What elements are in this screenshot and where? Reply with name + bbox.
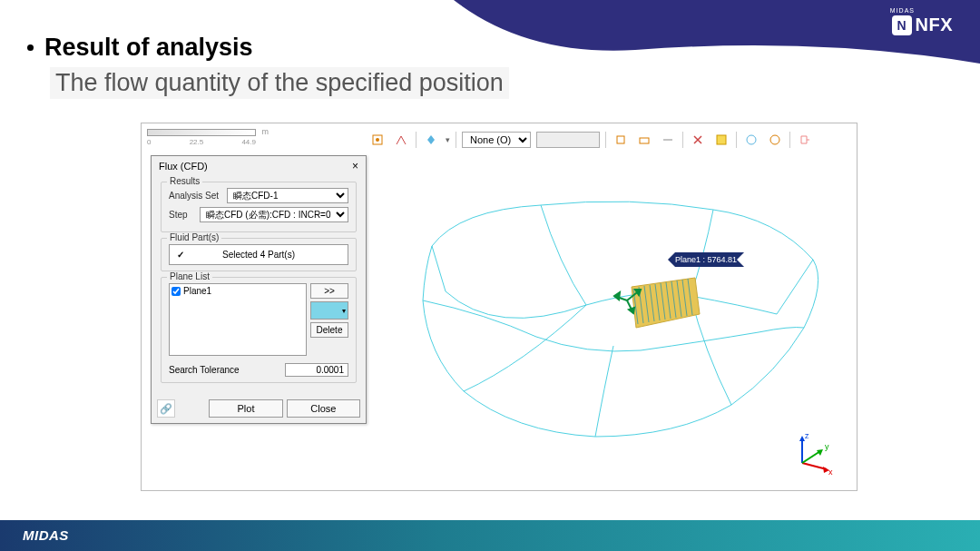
- plot-button[interactable]: Plot: [209, 399, 282, 418]
- scale-ruler: 0 22.5 44.9 m: [147, 129, 256, 147]
- tool-icon-5[interactable]: [635, 131, 653, 149]
- svg-point-1: [376, 138, 379, 142]
- 3d-viewport[interactable]: [377, 155, 849, 482]
- svg-marker-23: [614, 292, 620, 300]
- plane-item[interactable]: Plane1: [172, 286, 304, 296]
- tool-icon-11[interactable]: [796, 131, 814, 149]
- close-icon[interactable]: ×: [352, 160, 358, 172]
- analysis-set-label: Analysis Set: [169, 191, 223, 201]
- plane-button-column: >> ▾ Delete: [310, 283, 348, 356]
- svg-line-28: [802, 451, 820, 463]
- footer-bar: [0, 520, 980, 551]
- tool-icon-9[interactable]: [742, 131, 760, 149]
- step-select[interactable]: 瞬态CFD (必需):CFD : INCR=0: [200, 207, 348, 222]
- ruler-unit: m: [262, 127, 270, 136]
- n-icon: N: [892, 15, 912, 35]
- app-screenshot: 0 22.5 44.9 m ▾ None (O): [141, 123, 858, 491]
- fluid-parts-group: Fluid Part(s) ✓ Selected 4 Part(s): [161, 238, 357, 271]
- toolbar-separator-3: [605, 132, 606, 148]
- check-icon: ✓: [177, 250, 184, 260]
- tolerance-row: Search Tolerance: [169, 363, 348, 377]
- link-icon[interactable]: 🔗: [157, 399, 175, 418]
- plane-list-label: Plane List: [167, 271, 212, 281]
- toolbar-separator: [416, 132, 416, 148]
- toolbar-separator-4: [682, 132, 683, 148]
- tolerance-input[interactable]: [285, 363, 348, 377]
- plane-color-button[interactable]: ▾: [310, 301, 348, 320]
- selected-parts-button[interactable]: ✓ Selected 4 Part(s): [169, 244, 348, 265]
- analysis-set-select[interactable]: 瞬态CFD-1: [227, 188, 348, 203]
- ruler-tick-1: 22.5: [190, 138, 204, 146]
- dropdown-arrow-icon[interactable]: ▾: [446, 135, 450, 144]
- selected-parts-text: Selected 4 Part(s): [222, 250, 295, 260]
- disabled-select: [536, 132, 600, 148]
- svg-point-5: [747, 135, 756, 144]
- close-button[interactable]: Close: [287, 399, 360, 418]
- results-group-label: Results: [167, 176, 202, 186]
- ruler-tick-2: 44.9: [241, 138, 256, 146]
- toolbar-separator-6: [789, 132, 790, 148]
- dialog-titlebar[interactable]: Flux (CFD) ×: [152, 156, 366, 176]
- plane1-checkbox[interactable]: [172, 287, 181, 296]
- ruler-tick-0: 0: [147, 138, 151, 146]
- y-axis-label: y: [825, 442, 829, 451]
- plane1-label: Plane1: [183, 286, 211, 296]
- nfx-text: NFX: [916, 15, 954, 35]
- slide-subtitle: The flow quantity of the specified posit…: [50, 67, 509, 99]
- plane-annotation: Plane1 : 5764.81: [668, 252, 744, 267]
- slide-title: Result of analysis: [44, 34, 253, 62]
- fluid-parts-label: Fluid Part(s): [167, 232, 221, 242]
- tool-icon-2[interactable]: [392, 131, 410, 149]
- tool-icon-8[interactable]: [712, 131, 730, 149]
- slide: MIDAS N NFX Result of analysis The flow …: [0, 0, 980, 551]
- svg-rect-2: [617, 136, 624, 143]
- toolbar: ▾ None (O): [368, 131, 814, 149]
- svg-point-6: [770, 135, 779, 144]
- tool-icon-3[interactable]: [422, 131, 440, 149]
- tool-icon-4[interactable]: [612, 131, 630, 149]
- x-axis-label: x: [828, 467, 833, 477]
- svg-rect-3: [640, 138, 649, 143]
- midas-small-text: MIDAS: [890, 7, 915, 14]
- z-axis-label: z: [805, 431, 809, 440]
- tool-icon-6[interactable]: [659, 131, 677, 149]
- toolbar-separator-5: [736, 132, 737, 148]
- nfx-logo: MIDAS N NFX: [892, 15, 954, 35]
- slide-title-row: Result of analysis: [27, 34, 253, 62]
- svg-line-26: [802, 463, 827, 469]
- dialog-footer: 🔗 Plot Close: [152, 394, 366, 423]
- plane-listbox[interactable]: Plane1: [169, 283, 307, 356]
- plane-row: Plane1 >> ▾ Delete: [169, 283, 348, 356]
- plane-list-group: Plane List Plane1 >> ▾ Delete: [161, 277, 357, 383]
- midas-footer-logo: MIDAS: [23, 527, 69, 543]
- tool-icon-7[interactable]: [689, 131, 707, 149]
- tolerance-label: Search Tolerance: [169, 365, 240, 375]
- axis-gizmo[interactable]: z y x: [789, 431, 834, 477]
- step-label: Step: [169, 210, 196, 220]
- toolbar-separator-2: [456, 132, 456, 148]
- ruler-bar: [147, 129, 256, 136]
- svg-rect-4: [717, 135, 726, 144]
- tool-icon-10[interactable]: [766, 131, 784, 149]
- results-group: Results Analysis Set 瞬态CFD-1 Step 瞬态CFD …: [161, 182, 357, 232]
- tool-icon-1[interactable]: [368, 131, 387, 149]
- bullet-dot: [27, 44, 34, 51]
- flux-cfd-dialog: Flux (CFD) × Results Analysis Set 瞬态CFD-…: [151, 155, 367, 424]
- svg-marker-21: [629, 308, 634, 313]
- step-row: Step 瞬态CFD (必需):CFD : INCR=0: [169, 207, 348, 222]
- delete-button[interactable]: Delete: [310, 322, 348, 338]
- ruler-ticks: 0 22.5 44.9: [147, 138, 256, 146]
- display-mode-select[interactable]: None (O): [462, 132, 531, 148]
- dialog-title-text: Flux (CFD): [159, 161, 208, 172]
- analysis-set-row: Analysis Set 瞬态CFD-1: [169, 188, 348, 203]
- move-right-button[interactable]: >>: [310, 283, 348, 299]
- dialog-body: Results Analysis Set 瞬态CFD-1 Step 瞬态CFD …: [152, 176, 366, 394]
